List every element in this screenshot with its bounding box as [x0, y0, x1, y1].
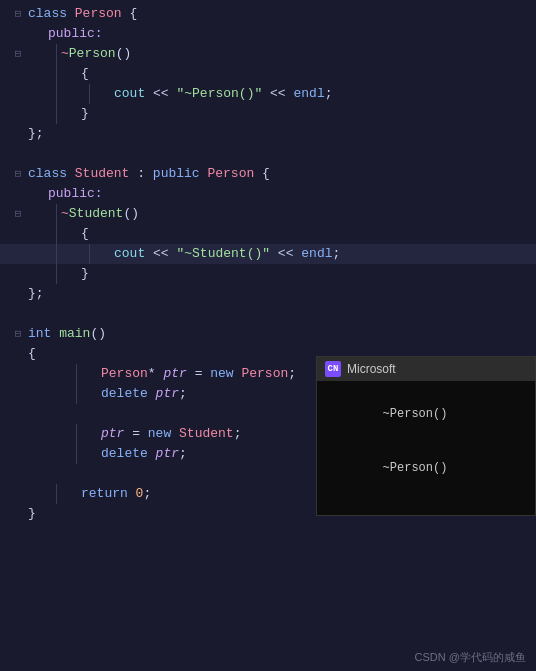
console-line-2: ~Person()	[325, 441, 527, 495]
kw-delete-2: delete	[101, 444, 156, 464]
line-17: ⊟ int main()	[0, 324, 536, 344]
kw-new-2: new	[148, 424, 179, 444]
line-12: {	[0, 224, 536, 244]
class-student: Student	[75, 164, 130, 184]
fold-minus-9[interactable]: ⊟	[8, 164, 28, 184]
class-person: Person	[75, 4, 122, 24]
func-student-destructor: Student	[69, 204, 124, 224]
line-content-7: };	[28, 124, 528, 144]
punct: {	[122, 4, 138, 24]
var-ptr-1: ptr	[163, 364, 186, 384]
line-content-9: class Student : public Person {	[28, 164, 528, 184]
console-title: Microsoft	[347, 362, 396, 376]
kw-public-2: public:	[48, 184, 103, 204]
open-brace-1: {	[81, 64, 89, 84]
line-14: }	[0, 264, 536, 284]
kw-public-inh: public	[153, 164, 208, 184]
ptr-star: *	[148, 364, 164, 384]
line-content-8	[28, 144, 528, 164]
class-student-close: };	[28, 284, 44, 304]
watermark-text: CSDN @学代码的咸鱼	[415, 651, 526, 663]
op-4: <<	[270, 244, 301, 264]
line-13: cout << "~Student()" << endl ;	[0, 244, 536, 264]
endl-2: endl	[301, 244, 332, 264]
tilde-person: ~	[61, 44, 69, 64]
fold-minus-11[interactable]: ⊟	[8, 204, 28, 224]
semi-1: ;	[325, 84, 333, 104]
line-9: ⊟ class Student : public Person {	[0, 164, 536, 184]
op-3: <<	[145, 244, 176, 264]
tilde-student: ~	[61, 204, 69, 224]
fold-minus-17[interactable]: ⊟	[8, 324, 28, 344]
line-3: ⊟ ~Person()	[0, 44, 536, 64]
func-person-destructor: Person	[69, 44, 116, 64]
assign-2: =	[124, 424, 147, 444]
console-overlay: CN Microsoft ~Person() ~Person() E:\C_pr…	[316, 356, 536, 516]
close-brace-1: }	[81, 104, 89, 124]
kw-return: return	[81, 484, 136, 504]
line-content-14: }	[28, 264, 528, 284]
num-zero: 0	[136, 484, 144, 504]
console-logo-text: CN	[328, 364, 339, 374]
line-content-5: cout << "~Person()" << endl ;	[28, 84, 528, 104]
close-brace-student: }	[81, 264, 89, 284]
cout-1: cout	[114, 84, 145, 104]
type-person-ptr: Person	[101, 364, 148, 384]
console-body: ~Person() ~Person() E:\C_pract 按任意键关	[317, 381, 535, 515]
line-content-12: {	[28, 224, 528, 244]
semi-6: ;	[179, 444, 187, 464]
func-main: main	[59, 324, 90, 344]
semi-7: ;	[143, 484, 151, 504]
line-content-2: public:	[28, 24, 528, 44]
open-brace-class-student: {	[254, 164, 270, 184]
kw-new-1: new	[210, 364, 241, 384]
open-brace-main: {	[28, 344, 36, 364]
class-person-close: };	[28, 124, 44, 144]
new-student: Student	[179, 424, 234, 444]
console-output-2: ~Person()	[383, 461, 448, 475]
op-1: <<	[145, 84, 176, 104]
kw-int: int	[28, 324, 59, 344]
console-logo: CN	[325, 361, 341, 377]
line-content-10: public:	[28, 184, 528, 204]
op-2: <<	[262, 84, 293, 104]
line-6: }	[0, 104, 536, 124]
fold-minus-1[interactable]: ⊟	[8, 4, 28, 24]
kw-class: class	[28, 4, 75, 24]
line-10: public:	[0, 184, 536, 204]
semi-5: ;	[234, 424, 242, 444]
line-8	[0, 144, 536, 164]
var-ptr-2: ptr	[156, 384, 179, 404]
fold-minus-3[interactable]: ⊟	[8, 44, 28, 64]
open-brace-student: {	[81, 224, 89, 244]
var-ptr-4: ptr	[156, 444, 179, 464]
line-16	[0, 304, 536, 324]
console-output-1: ~Person()	[383, 407, 448, 421]
punct2: ()	[116, 44, 132, 64]
semi-3: ;	[288, 364, 296, 384]
line-11: ⊟ ~Student()	[0, 204, 536, 224]
console-titlebar: CN Microsoft	[317, 357, 535, 381]
cout-2: cout	[114, 244, 145, 264]
line-2: public:	[0, 24, 536, 44]
new-person: Person	[241, 364, 288, 384]
str-2: "~Student()"	[176, 244, 270, 264]
assign-1: =	[187, 364, 210, 384]
line-content-13: cout << "~Student()" << endl ;	[28, 244, 528, 264]
kw-class-student: class	[28, 164, 75, 184]
kw-public: public:	[48, 24, 103, 44]
colon-1: :	[129, 164, 152, 184]
line-content-4: {	[28, 64, 528, 84]
kw-delete-1: delete	[101, 384, 156, 404]
line-content-17: int main()	[28, 324, 528, 344]
close-brace-main: }	[28, 504, 36, 524]
parens-main: ()	[90, 324, 106, 344]
line-content-16	[28, 304, 528, 324]
str-1: "~Person()"	[176, 84, 262, 104]
var-ptr-3: ptr	[101, 424, 124, 444]
line-5: cout << "~Person()" << endl ;	[0, 84, 536, 104]
line-content-1: class Person {	[28, 4, 528, 24]
line-1: ⊟ class Person {	[0, 4, 536, 24]
endl-1: endl	[293, 84, 324, 104]
semi-4: ;	[179, 384, 187, 404]
